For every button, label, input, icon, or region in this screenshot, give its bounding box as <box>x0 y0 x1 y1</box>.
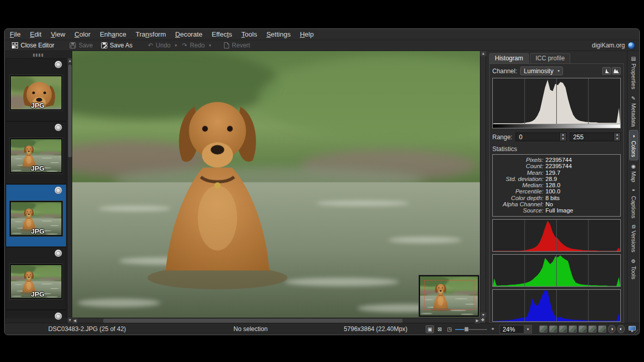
undo-dropdown-arrow[interactable]: ▾ <box>175 43 178 48</box>
scroll-up-icon[interactable]: ▲ <box>480 51 486 56</box>
sidebar-tab-tools[interactable]: ⚙Tools <box>630 256 638 282</box>
menu-effects[interactable]: Effects <box>212 30 232 38</box>
redo-icon: ↷ <box>182 42 187 49</box>
stat-row: Pixels:22395744 <box>496 157 617 163</box>
save-button[interactable]: Save <box>67 41 95 50</box>
right-sidebar-tabs: ▤Properties ✎Metadata ◑Colors ◉Map ❝Capt… <box>627 51 639 323</box>
luminosity-histogram[interactable] <box>492 78 621 124</box>
linear-scale-button[interactable] <box>602 67 611 75</box>
stat-row: Count:22395744 <box>496 163 617 169</box>
mini-preview-button[interactable] <box>598 325 606 333</box>
thumbbar-scrollbar[interactable]: ▲ ▼ <box>67 58 72 323</box>
versions-icon: ⧉ <box>631 225 637 228</box>
menu-transform[interactable]: Transform <box>136 30 166 38</box>
thumbnail-item[interactable]: ◯ JPG <box>6 121 67 184</box>
thumbnail-item[interactable]: ◯ JPG <box>6 247 67 310</box>
canvas-horizontal-scrollbar[interactable]: ◀ ▶ <box>72 318 480 323</box>
log-histogram-icon <box>614 69 619 73</box>
editor-canvas[interactable]: ▲ ▼ ◀ ▶ ✥ <box>72 51 486 323</box>
statistics-box: Pixels:22395744 Count:22395744 Mean:129.… <box>492 154 621 217</box>
channel-label: Channel: <box>492 68 517 75</box>
fit-to-selection-button[interactable]: ⊠ <box>436 325 444 333</box>
mini-preview-button[interactable] <box>549 325 557 333</box>
zoom-percent-combo[interactable]: 24% ▾ <box>500 325 532 334</box>
redo-button[interactable]: ↷ Redo <box>179 41 208 50</box>
statistics-title: Statistics <box>492 145 621 153</box>
revert-icon <box>223 42 229 48</box>
menu-edit[interactable]: Edit <box>30 30 41 38</box>
save-as-button[interactable]: Save As <box>98 41 136 50</box>
sidebar-tab-captions[interactable]: ❝Captions <box>630 186 638 221</box>
chevron-down-icon: ▾ <box>557 69 559 73</box>
sidebar-tab-versions[interactable]: ⧉Versions <box>630 222 638 255</box>
mini-preview-button[interactable] <box>559 325 567 333</box>
menu-color[interactable]: Color <box>74 30 90 38</box>
captions-icon: ❝ <box>631 188 636 194</box>
menu-decorate[interactable]: Decorate <box>175 30 203 38</box>
range-min-spinbox[interactable]: 0 ▲▼ <box>516 133 567 141</box>
stat-row: Median:128.0 <box>496 182 617 188</box>
close-editor-button[interactable]: Close Editor <box>9 41 57 50</box>
log-scale-button[interactable] <box>612 67 621 75</box>
undo-button[interactable]: ↶ Undo <box>145 41 174 50</box>
mini-preview-button[interactable] <box>539 325 548 333</box>
menu-settings[interactable]: Settings <box>266 30 291 38</box>
sidebar-tab-properties[interactable]: ▤Properties <box>630 53 638 92</box>
mini-preview-button[interactable] <box>569 325 577 333</box>
pan-overview[interactable] <box>419 275 479 317</box>
thumbnail-item[interactable]: ◯ <box>6 310 67 318</box>
close-editor-icon <box>12 42 18 48</box>
redo-dropdown-arrow[interactable]: ▾ <box>209 43 212 48</box>
geolocation-icon: ◯ <box>55 312 62 320</box>
metadata-icon: ✎ <box>631 95 636 101</box>
revert-button[interactable]: Revert <box>220 41 253 50</box>
overexposure-indicator-button[interactable]: ◐ <box>617 325 625 333</box>
zoom-fit-icon[interactable]: ⌖ <box>489 325 497 333</box>
scroll-left-icon[interactable]: ◀ <box>72 318 77 323</box>
menu-enhance[interactable]: Enhance <box>100 30 126 38</box>
range-max-spinbox[interactable]: 255 ▲▼ <box>570 133 621 141</box>
channel-select[interactable]: Luminosity ▾ <box>520 67 563 75</box>
mini-preview-button[interactable] <box>578 325 587 333</box>
tab-histogram[interactable]: Histogram <box>489 53 529 63</box>
panel-tabs: Histogram ICC profile <box>489 53 624 63</box>
menu-view[interactable]: View <box>51 30 65 38</box>
mini-preview-button[interactable] <box>588 325 597 333</box>
histogram-gradient-bar <box>492 124 621 128</box>
sidebar-tab-colors[interactable]: ◑Colors <box>630 130 638 160</box>
geolocation-icon: ◯ <box>55 250 62 257</box>
underexposure-indicator-button[interactable]: ◑ <box>608 325 616 333</box>
menu-file[interactable]: File <box>10 30 21 38</box>
zoom-slider-handle[interactable] <box>464 327 469 332</box>
properties-icon: ▤ <box>631 56 636 61</box>
spinner-buttons[interactable]: ▲▼ <box>559 133 566 141</box>
tab-icc-profile[interactable]: ICC profile <box>530 53 571 63</box>
blue-channel-histogram <box>492 289 621 322</box>
menu-help[interactable]: Help <box>300 30 314 38</box>
scroll-down-icon[interactable]: ▼ <box>480 312 486 318</box>
pan-button[interactable]: ✥ <box>480 318 486 323</box>
chevron-down-icon[interactable]: ▾ <box>524 325 532 334</box>
viewport-rectangle[interactable] <box>424 280 474 310</box>
menu-tools[interactable]: Tools <box>242 30 257 38</box>
canvas-vertical-scrollbar[interactable]: ▲ ▼ <box>480 51 486 318</box>
thumbbar-drag-handle[interactable]: ▮▮▮▮ <box>5 51 72 58</box>
thumbnail-image: JPG <box>10 264 62 299</box>
scroll-right-icon[interactable]: ▶ <box>475 318 480 323</box>
scroll-up-icon[interactable]: ▲ <box>68 58 72 63</box>
thumbnail-item-selected[interactable]: ◯ JPG <box>6 184 67 247</box>
sidebar-tab-map[interactable]: ◉Map <box>630 161 638 185</box>
digikam-logo-icon[interactable] <box>627 42 635 50</box>
zoom-100-button[interactable]: ◳ <box>445 325 454 333</box>
colors-panel: Histogram ICC profile Channel: Luminosit… <box>486 51 627 323</box>
fit-to-window-button[interactable]: ▣ <box>426 325 434 333</box>
sidebar-tab-metadata[interactable]: ✎Metadata <box>630 93 638 129</box>
map-icon: ◉ <box>631 163 636 169</box>
scroll-down-icon[interactable]: ▼ <box>68 318 72 323</box>
geolocation-icon: ◯ <box>55 61 62 68</box>
thumbnail-item[interactable]: ◯ JPG <box>6 58 67 121</box>
colors-icon: ◑ <box>631 133 636 139</box>
zoom-slider[interactable] <box>455 325 487 333</box>
geolocation-icon: ◯ <box>55 187 62 194</box>
spinner-buttons[interactable]: ▲▼ <box>614 133 620 141</box>
